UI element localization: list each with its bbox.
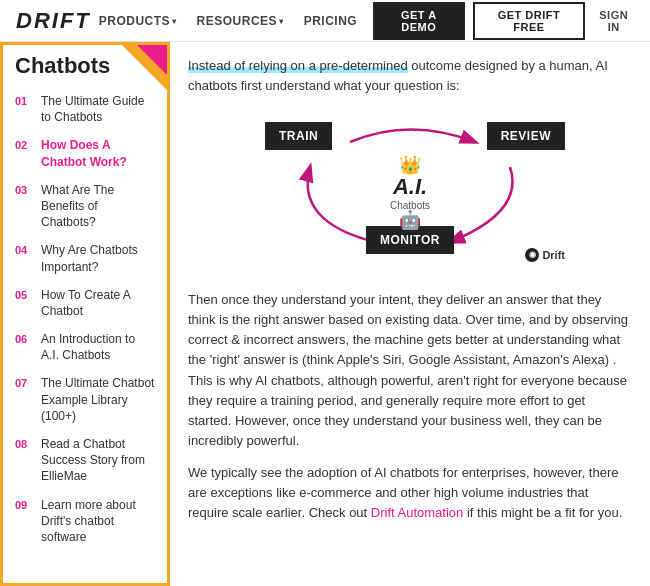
sidebar-item-3[interactable]: 03 What Are The Benefits of Chatbots? [3,176,167,237]
drift-brand-label: Drift [542,249,565,261]
main-layout: Chatbots 01 The Ultimate Guide to Chatbo… [0,42,650,586]
drift-brand-diag: ◉ Drift [525,248,565,262]
body-paragraph-1: Then once they understand your intent, t… [188,290,632,451]
sidebar-item-8[interactable]: 08 Read a Chatbot Success Story from Ell… [3,430,167,491]
sidebar-item-1[interactable]: 01 The Ultimate Guide to Chatbots [3,87,167,131]
ai-cycle-diagram: TRAIN REVIEW MONITOR 👑 A.I. Chatbots 🤖 ◉… [188,109,632,274]
review-box: REVIEW [487,122,565,150]
main-content: Instead of relying on a pre-determined o… [170,42,650,586]
crown-emoji: 👑 [390,155,430,173]
intro-text: Instead of relying on a pre-determined o… [188,56,632,95]
diagram-inner: TRAIN REVIEW MONITOR 👑 A.I. Chatbots 🤖 ◉… [255,112,565,272]
sidebar: Chatbots 01 The Ultimate Guide to Chatbo… [0,42,170,586]
ai-center-label: 👑 A.I. Chatbots 🤖 [390,155,430,228]
sidebar-item-6[interactable]: 06 An Introduction to A.I. Chatbots [3,325,167,369]
main-nav: PRODUCTS ▾ RESOURCES ▾ PRICING GET A DEM… [91,2,634,40]
sidebar-item-4[interactable]: 04 Why Are Chatbots Important? [3,236,167,280]
body2-post-text: if this might be a fit for you. [463,505,622,520]
nav-products[interactable]: PRODUCTS ▾ [91,9,185,33]
logo: DRIFT [16,8,91,34]
ai-text: A.I. [390,173,430,199]
train-box: TRAIN [265,122,332,150]
get-demo-button[interactable]: GET A DEMO [373,2,464,40]
sign-in-button[interactable]: SIGN IN [593,9,634,33]
triangle-pink-decoration [137,45,167,75]
sidebar-item-5[interactable]: 05 How To Create A Chatbot [3,281,167,325]
header: DRIFT PRODUCTS ▾ RESOURCES ▾ PRICING GET… [0,0,650,42]
drift-circle-icon: ◉ [525,248,539,262]
sidebar-item-2[interactable]: 02 How Does A Chatbot Work? [3,131,167,175]
sidebar-item-9[interactable]: 09 Learn more about Drift's chatbot soft… [3,491,167,552]
sidebar-nav: 01 The Ultimate Guide to Chatbots 02 How… [3,83,167,555]
sidebar-header: Chatbots [3,45,167,83]
nav-pricing[interactable]: PRICING [296,9,366,33]
drift-automation-link[interactable]: Drift Automation [371,505,464,520]
monitor-box: MONITOR [366,226,454,254]
body-paragraph-2: We typically see the adoption of AI chat… [188,463,632,523]
sidebar-item-7[interactable]: 07 The Ultimate Chatbot Example Library … [3,369,167,430]
chevron-down-icon: ▾ [279,17,284,26]
get-drift-free-button[interactable]: GET DRIFT FREE [473,2,586,40]
highlighted-text: Instead of relying on a pre-determined [188,58,408,73]
robot-emoji: 🤖 [390,210,430,228]
nav-resources[interactable]: RESOURCES ▾ [189,9,292,33]
chevron-down-icon: ▾ [172,17,177,26]
